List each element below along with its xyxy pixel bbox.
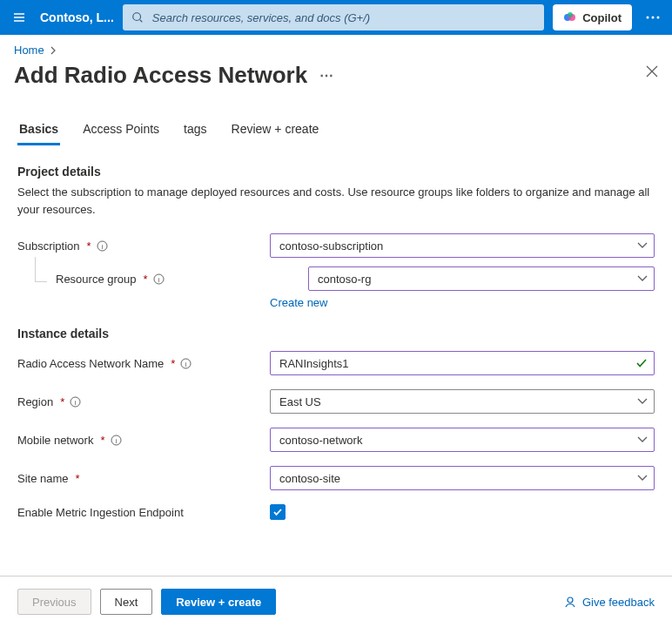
field-enable-endpoint: Enable Metric Ingestion Endpoint — [17, 504, 655, 520]
svg-point-4 — [568, 12, 573, 17]
global-search[interactable] — [123, 4, 544, 30]
page-title-text: Add Radio Access Network — [14, 62, 307, 89]
close-button[interactable] — [646, 65, 658, 80]
svg-point-18 — [568, 597, 573, 603]
required-mark: * — [171, 357, 175, 370]
svg-point-0 — [133, 13, 141, 21]
info-icon[interactable]: i — [70, 396, 81, 408]
svg-text:i: i — [101, 242, 103, 250]
copilot-icon — [563, 10, 577, 24]
review-create-button[interactable]: Review + create — [161, 589, 276, 615]
menu-toggle[interactable] — [7, 5, 31, 30]
subscription-select[interactable] — [270, 233, 655, 258]
svg-point-7 — [657, 17, 660, 19]
page-header: Add Radio Access Network ⋯ — [0, 60, 672, 98]
svg-point-6 — [652, 17, 655, 19]
mobile-network-select[interactable] — [270, 428, 655, 452]
enable-endpoint-checkbox[interactable] — [270, 504, 286, 520]
create-new-rg: Create new — [270, 296, 655, 309]
search-icon — [131, 11, 144, 24]
field-resource-group: Resource group * i — [17, 266, 655, 291]
svg-text:i: i — [75, 398, 77, 406]
instance-details-heading: Instance details — [17, 327, 655, 340]
project-details-heading: Project details — [17, 165, 655, 179]
tab-bar: Basics Access Points tags Review + creat… — [0, 98, 672, 145]
required-mark: * — [144, 273, 148, 286]
close-icon — [646, 65, 658, 78]
info-icon[interactable]: i — [180, 358, 192, 369]
field-mobile-network: Mobile network * i — [17, 428, 655, 452]
info-icon[interactable]: i — [153, 273, 165, 285]
form-content: Project details Select the subscription … — [0, 145, 672, 555]
top-bar: Contoso, L... Copilot — [0, 0, 672, 35]
field-site-name: Site name * — [17, 466, 655, 490]
feedback-label: Give feedback — [582, 596, 655, 609]
ran-name-input[interactable] — [270, 351, 655, 375]
required-mark: * — [87, 239, 91, 253]
tab-review[interactable]: Review + create — [230, 122, 321, 145]
field-region: Region * i — [17, 389, 655, 414]
region-label: Region — [17, 395, 53, 408]
project-details-description: Select the subscription to manage deploy… — [17, 184, 655, 218]
field-subscription: Subscription * i — [17, 233, 655, 258]
page-title: Add Radio Access Network ⋯ — [14, 62, 335, 89]
tab-access-points[interactable]: Access Points — [81, 122, 161, 145]
required-mark: * — [60, 395, 64, 408]
site-name-label: Site name — [17, 472, 69, 485]
svg-text:i: i — [185, 360, 187, 367]
chevron-right-icon — [50, 46, 57, 55]
tab-basics[interactable]: Basics — [17, 122, 60, 145]
checkmark-icon — [635, 357, 648, 369]
info-icon[interactable]: i — [97, 240, 108, 252]
mobile-network-label: Mobile network — [17, 434, 93, 447]
next-button[interactable]: Next — [100, 589, 153, 615]
title-more-icon[interactable]: ⋯ — [319, 67, 335, 84]
checkmark-icon — [272, 507, 283, 517]
subscription-label: Subscription — [17, 239, 80, 253]
site-name-select[interactable] — [270, 466, 655, 490]
tenant-name[interactable]: Contoso, L... — [40, 10, 114, 24]
wizard-footer: Previous Next Review + create Give feedb… — [0, 576, 672, 627]
ellipsis-icon — [646, 16, 660, 19]
copilot-label: Copilot — [582, 11, 622, 24]
required-mark: * — [100, 434, 104, 447]
required-mark: * — [76, 472, 80, 485]
svg-text:i: i — [158, 275, 159, 283]
resource-group-label: Resource group — [56, 273, 137, 286]
svg-point-5 — [647, 17, 649, 19]
svg-line-1 — [139, 20, 142, 23]
topbar-more[interactable] — [641, 5, 665, 30]
copilot-button[interactable]: Copilot — [553, 4, 632, 30]
give-feedback-link[interactable]: Give feedback — [563, 595, 655, 609]
create-new-link[interactable]: Create new — [270, 296, 327, 309]
resource-group-select[interactable] — [308, 266, 655, 291]
region-select[interactable] — [270, 389, 655, 414]
feedback-icon — [563, 595, 577, 609]
search-input[interactable] — [151, 10, 535, 25]
tab-tags[interactable]: tags — [182, 122, 208, 145]
svg-text:i: i — [115, 436, 117, 444]
info-icon[interactable]: i — [111, 435, 122, 446]
ran-name-label: Radio Access Network Name — [17, 357, 164, 370]
hamburger-icon — [12, 10, 26, 24]
previous-button: Previous — [17, 589, 91, 615]
enable-endpoint-label: Enable Metric Ingestion Endpoint — [17, 506, 184, 519]
breadcrumb: Home — [0, 35, 672, 60]
breadcrumb-home[interactable]: Home — [14, 44, 44, 57]
field-ran-name: Radio Access Network Name * i — [17, 351, 655, 375]
